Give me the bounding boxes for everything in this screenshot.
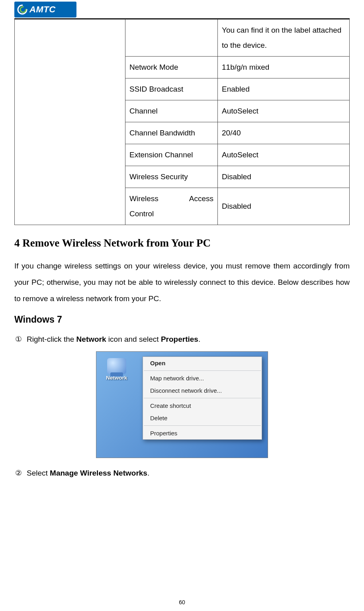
setting-label-part: Access bbox=[189, 191, 213, 206]
section-body: If you change wireless settings on your … bbox=[14, 258, 350, 307]
menu-item-properties[interactable]: Properties bbox=[143, 427, 262, 439]
setting-value: Enabled bbox=[218, 78, 350, 100]
menu-item-disconnect-drive[interactable]: Disconnect network drive... bbox=[143, 384, 262, 397]
page-number: 60 bbox=[0, 599, 364, 605]
setting-label: Channel Bandwidth bbox=[125, 122, 218, 144]
desktop-network-icon[interactable]: Network bbox=[103, 358, 131, 381]
note-label-cell bbox=[125, 20, 218, 57]
menu-item-delete[interactable]: Delete bbox=[143, 412, 262, 424]
brand-name: AMTC bbox=[29, 4, 56, 15]
step-text: icon and select bbox=[106, 335, 161, 343]
setting-value: AutoSelect bbox=[218, 100, 350, 122]
step-1: ①Right-click the Network icon and select… bbox=[14, 333, 350, 346]
setting-label: Wireless Security bbox=[125, 166, 218, 188]
setting-label-part: Control bbox=[129, 206, 213, 221]
page: AMTC You can find it on the label attach… bbox=[0, 0, 364, 611]
setting-value: 11b/g/n mixed bbox=[218, 57, 350, 78]
context-menu: Open Map network drive... Disconnect net… bbox=[143, 356, 262, 440]
screenshot-network-context-menu: Network Open Map network drive... Discon… bbox=[96, 351, 268, 458]
menu-item-map-drive[interactable]: Map network drive... bbox=[143, 372, 262, 384]
menu-item-create-shortcut[interactable]: Create shortcut bbox=[143, 400, 262, 412]
setting-label-part: Wireless bbox=[129, 191, 159, 206]
setting-value: Disabled bbox=[218, 166, 350, 188]
step-number: ② bbox=[14, 467, 23, 480]
setting-value: AutoSelect bbox=[218, 144, 350, 166]
setting-value: 20/40 bbox=[218, 122, 350, 144]
step-bold: Network bbox=[76, 335, 106, 343]
table-row: You can find it on the label attached to… bbox=[15, 20, 350, 57]
spacer-cell bbox=[15, 20, 125, 225]
section-heading: 4 Remove Wireless Network from Your PC bbox=[14, 237, 350, 249]
swirl-icon bbox=[17, 4, 28, 15]
note-value-cell: You can find it on the label attached to… bbox=[218, 20, 350, 57]
step-bold: Manage Wireless Networks bbox=[50, 469, 147, 477]
setting-value: Disabled bbox=[218, 188, 350, 225]
menu-separator bbox=[144, 398, 261, 398]
setting-label: Extension Channel bbox=[125, 144, 218, 166]
header-bar: AMTC bbox=[14, 0, 350, 18]
step-number: ① bbox=[14, 333, 23, 346]
setting-label: SSID Broadcast bbox=[125, 78, 218, 100]
menu-item-open[interactable]: Open bbox=[143, 357, 262, 369]
network-icon bbox=[107, 358, 126, 374]
step-bold: Properties bbox=[161, 335, 198, 343]
brand-logo: AMTC bbox=[14, 2, 76, 18]
menu-separator bbox=[144, 425, 261, 426]
settings-table: You can find it on the label attached to… bbox=[14, 19, 350, 225]
setting-label: Wireless Access Control bbox=[125, 188, 218, 225]
step-text: Select bbox=[27, 469, 50, 477]
menu-separator bbox=[144, 370, 261, 371]
subsection-heading: Windows 7 bbox=[14, 314, 350, 325]
setting-label: Network Mode bbox=[125, 57, 218, 78]
step-2: ②Select Manage Wireless Networks. bbox=[14, 467, 350, 480]
step-text: . bbox=[198, 335, 200, 343]
step-text: . bbox=[147, 469, 149, 477]
setting-label: Channel bbox=[125, 100, 218, 122]
step-text: Right-click the bbox=[27, 335, 76, 343]
